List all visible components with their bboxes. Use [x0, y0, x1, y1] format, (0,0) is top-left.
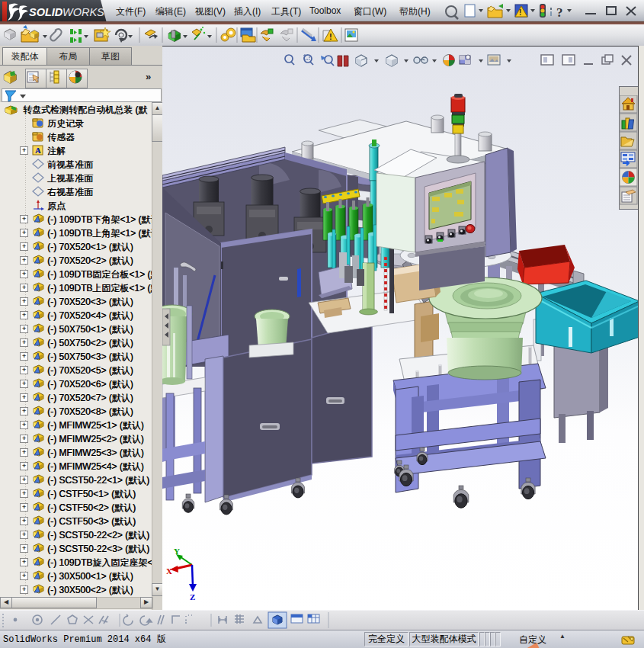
svg-text:A: A [35, 146, 41, 155]
svg-text:!: ! [329, 32, 332, 41]
svg-text:?: ? [556, 5, 563, 20]
svg-text:SOLID: SOLID [29, 6, 63, 18]
svg-text:Z: Z [190, 592, 195, 601]
svg-text:!: ! [519, 8, 521, 17]
svg-text:X: X [166, 566, 172, 576]
svg-text:Y: Y [174, 547, 180, 556]
svg-text:WORKS: WORKS [62, 6, 104, 18]
